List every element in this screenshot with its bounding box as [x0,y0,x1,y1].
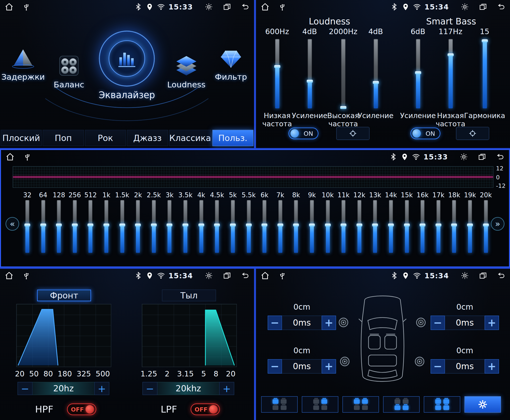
band-slider[interactable] [452,200,456,253]
lpf-minus-button[interactable]: − [142,382,157,395]
band-slider[interactable] [152,200,156,253]
band-slider[interactable] [73,200,77,253]
eq-preset-button[interactable]: Плоский [1,130,42,146]
eq-preset-button[interactable]: Рок [85,130,126,146]
position-all-button[interactable] [424,396,460,413]
lpf-frequency-value[interactable]: 20khz [157,382,219,395]
band-slider[interactable] [41,200,45,253]
band-slider[interactable] [294,200,298,253]
home-icon[interactable] [4,271,14,280]
smartbass-tune-button[interactable] [456,127,489,140]
delay-minus-button[interactable]: − [268,359,282,373]
vertical-slider[interactable] [483,39,487,108]
back-icon[interactable] [241,271,250,280]
menu-item-loudness[interactable]: Loudness [165,54,208,89]
band-slider[interactable] [199,200,203,253]
loudness-tune-button[interactable] [336,127,370,140]
band-slider[interactable] [120,200,124,253]
hpf-toggle[interactable]: OFF [67,404,96,415]
vertical-slider[interactable] [341,39,345,108]
band-slider[interactable] [215,200,219,253]
lpf-plus-button[interactable]: + [219,382,234,395]
band-slider[interactable] [437,200,441,253]
band-slider[interactable] [168,200,172,253]
vertical-slider[interactable] [374,39,378,108]
next-page-button[interactable]: » [491,217,505,231]
back-icon[interactable] [241,2,250,11]
loudness-layers-icon [173,54,200,77]
eq-response-graph [13,166,493,188]
band-slider[interactable] [326,200,330,253]
band-slider[interactable] [247,200,251,253]
brightness-icon[interactable] [460,271,469,280]
delay-plus-button[interactable]: + [322,316,336,330]
recent-apps-icon[interactable] [223,2,231,11]
tab-rear[interactable]: Тыл [162,289,216,301]
delay-plus-button[interactable]: + [322,359,336,373]
band-slider[interactable] [373,200,377,253]
menu-item-balance[interactable]: Баланс [48,54,90,89]
delays-pyramid-icon [10,48,36,70]
band-slider[interactable] [389,200,393,253]
band-slider[interactable] [57,200,61,253]
delay-settings-button[interactable] [464,396,501,413]
smartbass-on-toggle[interactable]: ON [410,128,440,139]
band-slider[interactable] [184,200,188,253]
band-slider[interactable] [278,200,282,253]
eq-preset-button[interactable]: Джазз [127,130,168,146]
back-icon[interactable] [496,153,505,161]
delay-plus-button[interactable]: + [485,316,499,330]
band-slider[interactable] [405,200,409,253]
home-icon[interactable] [5,152,15,161]
hpf-plus-button[interactable]: + [94,382,109,395]
back-icon[interactable] [497,271,506,280]
band-slider[interactable] [136,200,140,253]
band-slider[interactable] [262,200,266,253]
band-slider[interactable] [357,200,361,253]
menu-item-filter[interactable]: Фильтр [210,48,252,82]
position-front-button[interactable] [342,396,379,413]
menu-item-equalizer[interactable]: Эквалайзер [98,31,156,101]
tab-front[interactable]: Фронт [37,289,91,301]
position-passenger-button[interactable] [302,396,338,413]
band-slider[interactable] [104,200,108,253]
gear-icon [478,400,488,409]
delay-minus-button[interactable]: − [431,316,445,330]
prev-page-button[interactable]: « [5,217,19,231]
band-slider[interactable] [421,200,425,253]
band-slider[interactable] [342,200,346,253]
recent-apps-icon[interactable] [478,153,486,161]
axis-tick-label: 3.15 [177,370,194,378]
vertical-slider[interactable] [448,39,452,108]
eq-preset-button[interactable]: Польз. [212,130,253,146]
delay-plus-button[interactable]: + [485,359,499,373]
eq-preset-button[interactable]: Поп [43,130,84,146]
lpf-toggle[interactable]: OFF [191,404,220,415]
position-driver-button[interactable] [261,396,298,413]
vertical-slider[interactable] [275,39,279,108]
band-slider[interactable] [25,200,29,253]
band-slider[interactable] [310,200,314,253]
recent-apps-icon[interactable] [223,271,231,280]
vertical-slider[interactable] [308,39,312,108]
loudness-on-toggle[interactable]: ON [289,128,319,139]
hpf-frequency-value[interactable]: 20hz [33,382,94,395]
delay-minus-button[interactable]: − [431,359,445,373]
position-rear-button[interactable] [383,396,420,413]
band-slider[interactable] [484,200,488,253]
home-icon[interactable] [4,2,14,11]
delay-minus-button[interactable]: − [268,316,282,330]
eq-preset-button[interactable]: Классика [169,130,211,146]
brightness-icon[interactable] [205,271,213,280]
brightness-icon[interactable] [205,2,213,11]
recent-apps-icon[interactable] [479,271,487,280]
band-slider[interactable] [468,200,472,253]
slider-value-label: 15 [480,27,489,37]
brightness-icon[interactable] [460,153,468,161]
home-icon[interactable] [260,271,270,280]
band-slider[interactable] [89,200,93,253]
menu-item-delays[interactable]: Задержки [2,48,44,82]
vertical-slider[interactable] [416,39,420,108]
hpf-minus-button[interactable]: − [18,382,33,395]
band-slider[interactable] [231,200,235,253]
